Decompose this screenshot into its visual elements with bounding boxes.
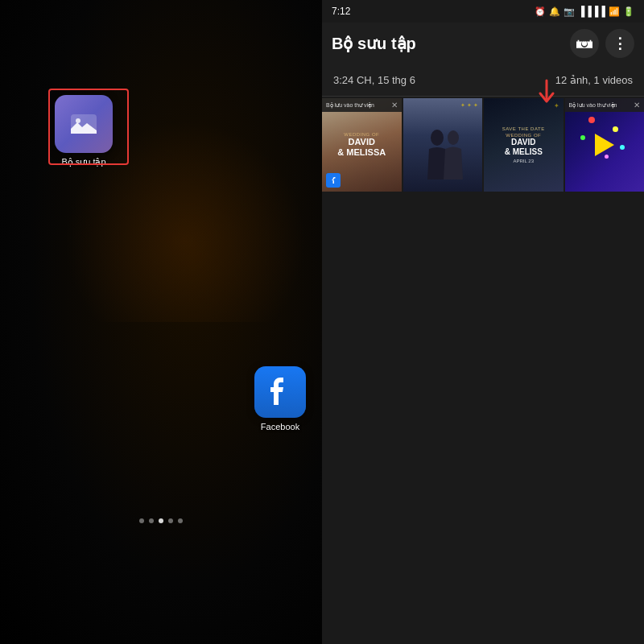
homescreen: Bộ sưu tập Facebook [0,0,322,644]
grid-row-1: Wedding of DAVID& MELISSA Bộ lưu vào thư… [322,97,644,193]
card-date-3: APRIL 23 [514,159,534,163]
svg-point-4 [448,130,459,145]
wedding-card-overlay-3: SAVE THE DATE Wedding of DAVID& MELISS A… [484,98,564,192]
app-bar: Bộ sưu tập ⋮ [322,23,644,64]
save-label-1: Bộ lưu vào thư viện [326,102,374,109]
dot-3[interactable] [159,518,163,523]
stars-decoration: ✦ ✦ ✦ [460,102,478,109]
status-bar: 7:12 ⏰ 🔔 📷 ▐▐▐▐ 📶 🔋 [322,0,644,23]
facebook-svg [254,366,306,418]
svg-point-3 [431,130,444,146]
alarm-icon: ⏰ [535,6,546,17]
facebook-app-icon [254,366,306,418]
camera-button[interactable] [570,29,599,58]
status-time: 7:12 [332,6,350,17]
couple-silhouette [415,123,471,188]
app-panel: 7:12 ⏰ 🔔 📷 ▐▐▐▐ 📶 🔋 Bộ sưu tập ⋮ 3:24 CH… [322,0,644,644]
play-button[interactable] [595,134,614,156]
signal-icon: ▐▐▐▐ [578,6,605,17]
save-overlay-4: Bộ lưu vào thư viện ✕ [565,98,645,112]
save-date-text: SAVE THE DATE [502,126,545,131]
battery-icon: 🔋 [623,6,634,17]
icon-highlight-box [48,89,129,165]
fb-icon [328,175,338,185]
image-grid: Wedding of DAVID& MELISSA Bộ lưu vào thư… [322,97,644,644]
dot-4[interactable] [168,518,173,523]
date-bar: 3:24 CH, 15 thg 6 12 ảnh, 1 videos [322,64,644,97]
names-text-1: DAVID& MELISSA [337,137,386,158]
close-save-4[interactable]: ✕ [634,101,640,109]
status-icons: ⏰ 🔔 📷 ▐▐▐▐ 📶 🔋 [535,6,634,17]
camera-icon [576,35,592,52]
more-icon: ⋮ [613,35,627,52]
notification-icon: 🔔 [549,6,560,17]
app-bar-title: Bộ sưu tập [332,34,564,53]
thumbnail-3[interactable]: SAVE THE DATE Wedding of DAVID& MELISS A… [484,98,564,192]
dot-2[interactable] [149,518,154,523]
wifi-icon: 📶 [609,6,620,17]
facebook-badge-1 [326,173,341,188]
names-text-3: DAVID& MELISS [505,138,543,157]
save-overlay-1: Bộ lưu vào thư viện ✕ [322,98,402,112]
date-text: 3:24 CH, 15 thg 6 [333,74,415,86]
dot-5[interactable] [178,518,183,523]
thumbnail-4[interactable]: Bộ lưu vào thư viện ✕ [565,98,645,192]
page-dots [139,518,183,523]
more-options-button[interactable]: ⋮ [605,29,634,58]
facebook-label: Facebook [261,422,299,431]
close-save-1[interactable]: ✕ [391,101,398,109]
count-text: 12 ảnh, 1 videos [555,74,633,86]
thumbnail-2[interactable]: ✦ ✦ ✦ [403,98,483,192]
camera-status-icon: 📷 [564,6,575,17]
save-label-4: Bộ lưu vào thư viện [569,102,617,109]
facebook-app[interactable]: Facebook [254,366,306,431]
dot-1[interactable] [139,518,144,523]
thumbnail-1[interactable]: Wedding of DAVID& MELISSA Bộ lưu vào thư… [322,98,402,192]
